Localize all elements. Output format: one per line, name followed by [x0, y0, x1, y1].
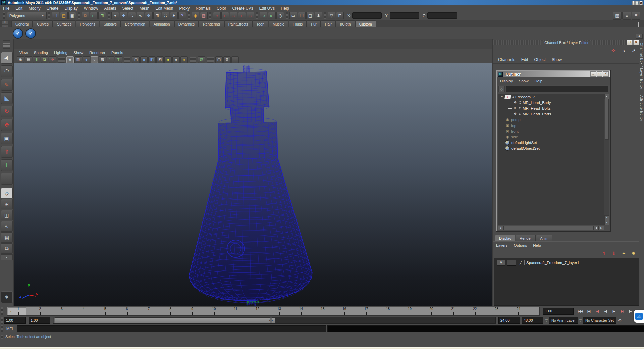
shelf-tab[interactable]: Fur	[307, 20, 321, 27]
anim-layer-selector[interactable]: No Anim Layer	[549, 317, 578, 324]
panel-header[interactable]: Channel Box / Layer Editor ❐✕	[493, 40, 640, 45]
ambient-light-icon[interactable]: ●	[164, 56, 172, 63]
close-button[interactable]: ✕	[639, 1, 643, 5]
rotate-tool[interactable]: ↻	[1, 106, 13, 117]
outliner-close-button[interactable]: ✕	[603, 71, 609, 77]
wireframe-mode-icon[interactable]: ◈	[66, 56, 74, 63]
shelf-tab-menu-icon[interactable]: ≡	[2, 21, 8, 24]
timeline-frame[interactable]: 9	[181, 307, 203, 315]
layer-editor-menu-item[interactable]: Options	[511, 243, 530, 247]
animation-end-input[interactable]: 48.00	[522, 317, 543, 324]
layer-visibility-toggle[interactable]: V	[497, 260, 505, 266]
step-forward-frame-button[interactable]: ▶|	[627, 308, 635, 315]
channel-box-menu-item[interactable]: Show	[549, 57, 565, 62]
timeline-frame[interactable]: 12	[247, 307, 268, 315]
outliner-menu-item[interactable]: Show	[516, 79, 532, 83]
viewport-menu-item[interactable]: Shading	[31, 51, 51, 55]
outliner-row[interactable]: defaultObjectSet	[498, 145, 604, 151]
shelf-tab[interactable]: Dynamics	[174, 20, 199, 27]
character-key-icon[interactable]: ⚲	[617, 319, 622, 322]
layer-playback-toggle[interactable]	[507, 260, 516, 266]
menu-item[interactable]: Create	[43, 6, 61, 11]
status-icon[interactable]	[108, 12, 110, 19]
layer-row[interactable]: V ╱ Spacecraft_Freedom_7_layer1	[494, 258, 639, 267]
outliner-row[interactable]: ❖ MR_Head_Parts	[498, 111, 604, 117]
render-current-frame-icon[interactable]: ❒	[298, 12, 306, 19]
xray-active-icon[interactable]: ⧉	[223, 56, 231, 63]
last-tool-slot[interactable]	[1, 173, 13, 185]
menu-item[interactable]: Display	[61, 6, 80, 11]
layer-editor-menu-item[interactable]: Layers	[493, 243, 511, 247]
playback-end-input[interactable]: 24.00	[498, 317, 520, 324]
scroll-up-icon[interactable]: ▲	[604, 94, 609, 99]
input-connections-icon[interactable]: ⇥	[260, 12, 267, 19]
timeline-frame[interactable]: 5	[94, 307, 116, 315]
select-tool[interactable]: ➤	[1, 52, 13, 64]
shaded-mode-icon[interactable]: ●	[83, 56, 90, 63]
shelf-tab[interactable]: Polygons	[76, 20, 99, 27]
menu-item[interactable]: Window	[81, 6, 101, 11]
timeline-frame[interactable]: 14	[290, 307, 312, 315]
outliner-vertical-scrollbar[interactable]: ▲ ▲ ▼	[604, 94, 609, 225]
timeline-frame[interactable]: 24	[507, 307, 529, 315]
shelf-tab[interactable]: Hair	[321, 20, 336, 27]
timeline-frame[interactable]: 17	[355, 307, 377, 315]
viewport-menu-item[interactable]: View	[16, 51, 31, 55]
channel-box-toggle-icon[interactable]: ▦	[613, 12, 622, 20]
construction-history-icon[interactable]: ◷	[276, 12, 284, 19]
windows-taskbar-edge[interactable]	[0, 347, 644, 349]
menu-item[interactable]: Edit	[12, 6, 25, 11]
timeline-frame[interactable]: 1	[7, 307, 29, 315]
soft-modification-tool[interactable]: ⇑	[1, 146, 13, 158]
open-scene-icon[interactable]: ▤	[60, 12, 68, 19]
timeline-ruler[interactable]: 1 12345678910111213141516171819202122232…	[7, 307, 540, 316]
snap-to-planes-magnet-icon[interactable]: ∩	[238, 12, 246, 19]
viewport-menu-item[interactable]: Lighting	[51, 51, 70, 55]
menu-item[interactable]: Modify	[25, 6, 43, 11]
render-settings-icon[interactable]: ✱	[315, 12, 322, 19]
output-connections-icon[interactable]: ⇤	[268, 12, 276, 19]
safe-title-icon[interactable]: T	[115, 56, 122, 63]
outliner-maximize-button[interactable]: □	[597, 71, 602, 77]
snap-grid-cross-icon[interactable]: ✚	[120, 12, 127, 19]
layout-persp-hypergraph[interactable]: ⧉	[1, 243, 13, 254]
outliner-menu-item[interactable]: Display	[497, 79, 516, 83]
drag-handle[interactable]	[1, 325, 3, 332]
shelf-tab[interactable]: PaintEffects	[224, 20, 252, 27]
menu-set-selector[interactable]: Polygons ▼	[7, 12, 47, 19]
play-backwards-button[interactable]: ◀	[601, 308, 609, 315]
move-tool[interactable]: ◣	[1, 92, 13, 104]
shelf-tab[interactable]: Surfaces	[53, 20, 75, 27]
menu-item[interactable]: Assets	[101, 6, 119, 11]
shelf-tab[interactable]: Rendering	[199, 20, 224, 27]
ui-toggle-handle[interactable]	[3, 40, 10, 44]
side-tab[interactable]: Channel Box / Layer Editor	[640, 43, 644, 89]
status-icon[interactable]	[209, 12, 211, 19]
save-scene-icon[interactable]: ▣	[68, 12, 76, 19]
timeline-frame[interactable]: 15	[312, 307, 334, 315]
status-icon[interactable]	[324, 12, 326, 19]
viewport-icon[interactable]	[207, 57, 214, 63]
viewport-icon[interactable]	[190, 57, 196, 63]
layer-display-type-toggle[interactable]: ╱	[518, 260, 525, 265]
shelf-tab[interactable]: Curves	[33, 20, 53, 27]
outliner-minimize-button[interactable]: _	[590, 71, 596, 77]
drag-handle[interactable]	[3, 12, 5, 19]
lasso-tool[interactable]: ◠	[1, 65, 13, 77]
go-to-start-button[interactable]: |◀◀	[576, 308, 584, 315]
scroll-down-icon[interactable]: ▼	[604, 220, 609, 225]
timeline-frame[interactable]: 8	[160, 307, 181, 315]
status-icon[interactable]	[286, 12, 288, 19]
status-icon[interactable]	[78, 12, 80, 19]
range-slider-bar[interactable]: 1 24	[54, 318, 275, 323]
paint-selection-tool[interactable]: ✎	[1, 79, 13, 91]
new-scene-icon[interactable]: ❏	[52, 12, 59, 19]
playback-start-input[interactable]: 1.00	[29, 317, 50, 324]
outliner-row[interactable]: defaultLightSet	[498, 140, 604, 145]
snap-to-points-magnet-icon[interactable]: ∩	[230, 12, 237, 19]
film-gate-icon[interactable]: ▥	[74, 56, 82, 63]
menu-item[interactable]: Edit Mesh	[152, 6, 176, 11]
select-hierarchy-icon[interactable]: ⧉	[82, 12, 89, 19]
timeline-frame[interactable]: 22	[464, 307, 486, 315]
plugin-shapes-icon[interactable]: ∴	[231, 56, 239, 63]
